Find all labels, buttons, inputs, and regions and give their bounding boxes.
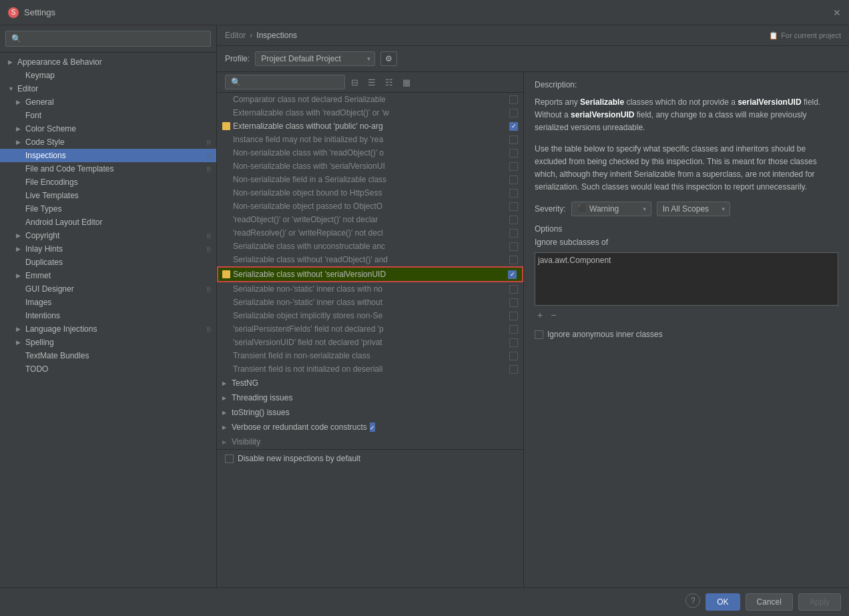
inspection-row[interactable]: Non-serializable object bound to HttpSes… <box>217 186 523 200</box>
gear-button[interactable]: ⚙ <box>380 51 397 66</box>
inspection-row[interactable]: Transient field in non-serializable clas… <box>217 349 523 362</box>
subclasses-list[interactable]: java.awt.Component <box>535 252 838 306</box>
sidebar-item-emmet[interactable]: ▶ Emmet <box>0 269 216 282</box>
inspection-checkbox[interactable] <box>509 216 518 224</box>
sidebar-item-gui-designer[interactable]: GUI Designer ⎘ <box>0 282 216 296</box>
sidebar-item-live-templates[interactable]: Live Templates <box>0 189 216 202</box>
sidebar-item-language-injections[interactable]: ▶ Language Injections ⎘ <box>0 322 216 336</box>
sidebar-item-file-types[interactable]: File Types <box>0 202 216 216</box>
bold-serializable: Serializable <box>580 97 624 107</box>
ignore-anon-checkbox[interactable] <box>535 330 543 339</box>
group-row-verbose[interactable]: ▶ Verbose or redundant code constructs <box>217 420 523 434</box>
add-subclass-button[interactable]: + <box>535 308 545 322</box>
inspection-checkbox[interactable] <box>509 162 518 171</box>
severity-dropdown[interactable]: ⬛ Warning <box>571 202 651 216</box>
inspection-checkbox[interactable] <box>509 365 518 374</box>
inspection-row[interactable]: Non-serializable field in a Serializable… <box>217 173 523 186</box>
collapse-button[interactable]: ☷ <box>382 75 396 89</box>
sidebar-item-copyright[interactable]: ▶ Copyright ⎘ <box>0 229 216 242</box>
inspection-checkbox[interactable] <box>509 242 518 251</box>
inspection-checkbox[interactable] <box>509 122 518 131</box>
sidebar-item-file-code-templates[interactable]: File and Code Templates ⎘ <box>0 162 216 176</box>
sidebar-item-inlay-hints[interactable]: ▶ Inlay Hints ⎘ <box>0 242 216 256</box>
layout-button[interactable]: ▦ <box>399 75 414 89</box>
group-row-tostring[interactable]: ▶ toString() issues <box>217 405 523 420</box>
sidebar-search-input[interactable] <box>5 31 211 47</box>
group-row-threading[interactable]: ▶ Threading issues <box>217 390 523 405</box>
severity-indicator <box>222 325 230 333</box>
inspection-checkbox[interactable] <box>509 285 518 294</box>
sidebar-item-font[interactable]: Font <box>0 109 216 122</box>
inspection-checkbox[interactable] <box>509 202 518 211</box>
group-row-testng[interactable]: ▶ TestNG <box>217 376 523 390</box>
severity-indicator <box>222 242 230 250</box>
sidebar-item-duplicates[interactable]: Duplicates <box>0 256 216 269</box>
inspection-row[interactable]: Transient field is not initialized on de… <box>217 362 523 376</box>
inspection-row-selected[interactable]: Serializable class without 'serialVersio… <box>217 266 523 282</box>
inspection-checkbox[interactable] <box>509 229 518 238</box>
arrow-icon: ▶ <box>16 232 23 239</box>
help-button[interactable]: ? <box>685 593 700 608</box>
ok-button[interactable]: OK <box>705 593 740 611</box>
remove-subclass-button[interactable]: − <box>548 308 559 322</box>
inspection-row[interactable]: Non-serializable class with 'serialVersi… <box>217 160 523 173</box>
sidebar-item-editor[interactable]: ▼ Editor <box>0 82 216 95</box>
inspection-checkbox[interactable] <box>509 256 518 264</box>
scope-dropdown[interactable]: In All Scopes <box>657 202 730 216</box>
sidebar-item-android-layout-editor[interactable]: Android Layout Editor <box>0 216 216 229</box>
inspection-checkbox[interactable] <box>509 109 518 117</box>
group-row-visibility[interactable]: ▶ Visibility <box>217 434 523 449</box>
sidebar-item-code-style[interactable]: ▶ Code Style ⎘ <box>0 135 216 149</box>
inspection-row[interactable]: 'readObject()' or 'writeObject()' not de… <box>217 213 523 226</box>
inspection-row[interactable]: 'serialVersionUID' field not declared 'p… <box>217 336 523 349</box>
sidebar-item-file-encodings[interactable]: File Encodings <box>0 176 216 189</box>
sidebar-item-intentions[interactable]: Intentions <box>0 309 216 322</box>
settings-dialog: S Settings ✕ ▶ Appearance & Behavior Key… <box>0 0 849 616</box>
inspection-row[interactable]: Serializable class with unconstructable … <box>217 240 523 253</box>
inspection-row[interactable]: 'serialPersistentFields' field not decla… <box>217 322 523 336</box>
close-button[interactable]: ✕ <box>833 7 841 18</box>
profile-dropdown[interactable]: Project Default Project <box>255 51 375 66</box>
inspections-search-input[interactable] <box>225 75 345 89</box>
inspection-row[interactable]: Serializable non-'static' inner class wi… <box>217 296 523 309</box>
sidebar-item-general[interactable]: ▶ General <box>0 95 216 109</box>
inspection-checkbox[interactable] <box>509 298 518 307</box>
inspection-checkbox[interactable] <box>509 325 518 334</box>
inspection-checkbox[interactable] <box>509 352 518 360</box>
sidebar-item-appearance[interactable]: ▶ Appearance & Behavior <box>0 55 216 69</box>
group-checkbox[interactable] <box>370 422 375 432</box>
copy-icon: ⎘ <box>207 326 211 333</box>
inspection-row[interactable]: 'readResolve()' or 'writeReplace()' not … <box>217 226 523 240</box>
description-body2: Use the table below to specify what spec… <box>535 143 838 194</box>
inspection-row[interactable]: Serializable non-'static' inner class wi… <box>217 282 523 296</box>
sidebar-item-inspections[interactable]: Inspections ⎘ <box>0 149 216 162</box>
sidebar-item-spelling[interactable]: ▶ Spelling <box>0 336 216 349</box>
inspection-row[interactable]: Serializable class without 'readObject()… <box>217 253 523 266</box>
inspection-row[interactable]: Non-serializable object passed to Object… <box>217 200 523 213</box>
inspection-checkbox[interactable] <box>509 176 518 184</box>
sidebar-item-todo[interactable]: TODO <box>0 362 216 376</box>
disable-new-checkbox[interactable] <box>225 454 234 463</box>
inspection-checkbox[interactable] <box>509 135 518 144</box>
inspection-row[interactable]: Externalizable class without 'public' no… <box>217 119 523 133</box>
cancel-button[interactable]: Cancel <box>746 593 793 611</box>
inspection-checkbox[interactable] <box>508 270 517 279</box>
sidebar-item-textmate-bundles[interactable]: TextMate Bundles <box>0 349 216 362</box>
inspection-checkbox[interactable] <box>509 312 518 320</box>
inspection-checkbox[interactable] <box>509 338 518 347</box>
sidebar-item-images[interactable]: Images <box>0 296 216 309</box>
inspection-row[interactable]: Instance field may not be initialized by… <box>217 133 523 146</box>
expand-button[interactable]: ☰ <box>364 75 379 89</box>
severity-indicator <box>222 109 230 117</box>
sidebar-item-color-scheme[interactable]: ▶ Color Scheme <box>0 122 216 135</box>
inspection-checkbox[interactable] <box>509 95 518 104</box>
filter-button[interactable]: ⊟ <box>348 75 362 89</box>
inspection-checkbox[interactable] <box>509 189 518 198</box>
apply-button[interactable]: Apply <box>798 593 841 611</box>
inspection-row[interactable]: Comparator class not declared Serializab… <box>217 93 523 106</box>
sidebar-item-keymap[interactable]: Keymap <box>0 69 216 82</box>
inspection-row[interactable]: Non-serializable class with 'readObject(… <box>217 146 523 160</box>
inspection-checkbox[interactable] <box>509 149 518 158</box>
inspection-row[interactable]: Serializable object implicitly stores no… <box>217 309 523 322</box>
inspection-row[interactable]: Externalizable class with 'readObject()'… <box>217 106 523 119</box>
